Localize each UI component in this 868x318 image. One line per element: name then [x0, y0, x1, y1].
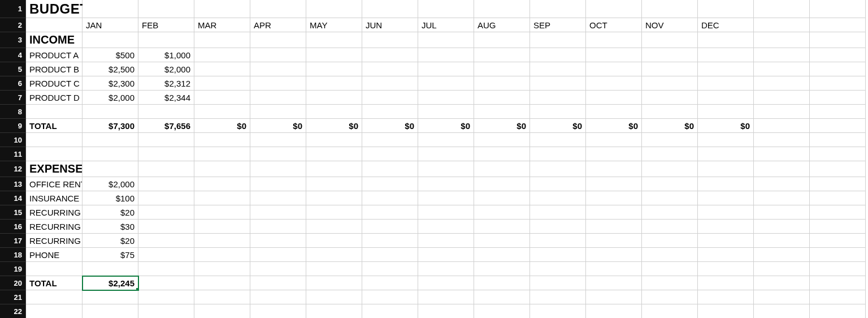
- cell-r15-c15[interactable]: [810, 205, 866, 220]
- cell-r20-c5[interactable]: [250, 276, 306, 290]
- cell-r6-c6[interactable]: [306, 76, 362, 91]
- cell-r16-c2[interactable]: $30: [83, 220, 138, 234]
- cell-r8-c2[interactable]: [83, 105, 138, 119]
- row-header[interactable]: 16: [0, 220, 26, 234]
- cell-r9-c2[interactable]: $7,300: [83, 119, 138, 133]
- cell-r15-c13[interactable]: [698, 205, 754, 220]
- cell-r2-c14[interactable]: [754, 18, 810, 32]
- cell-r16-c14[interactable]: [754, 220, 810, 234]
- cell-r17-c11[interactable]: [586, 234, 642, 248]
- cell-r17-c2[interactable]: $20: [83, 234, 138, 248]
- cell-r19-c11[interactable]: [586, 262, 642, 276]
- row-header[interactable]: 12: [0, 161, 26, 177]
- cell-r21-c12[interactable]: [642, 290, 698, 304]
- cell-r5-c3[interactable]: $2,000: [138, 62, 194, 76]
- cell-r9-c11[interactable]: $0: [586, 119, 642, 133]
- cell-r16-c8[interactable]: [418, 220, 474, 234]
- cell-r16-c11[interactable]: [586, 220, 642, 234]
- cell-r17-c14[interactable]: [754, 234, 810, 248]
- cell-r6-c3[interactable]: $2,312: [138, 76, 194, 91]
- cell-r2-c9[interactable]: AUG: [474, 18, 530, 32]
- cell-r22-c9[interactable]: [474, 304, 530, 318]
- cell-r6-c7[interactable]: [362, 76, 418, 91]
- row-header[interactable]: 3: [0, 32, 26, 48]
- cell-r20-c7[interactable]: [362, 276, 418, 290]
- cell-r4-c9[interactable]: [474, 48, 530, 62]
- cell-r19-c6[interactable]: [306, 262, 362, 276]
- cell-r9-c4[interactable]: $0: [194, 119, 250, 133]
- row-header[interactable]: 7: [0, 91, 26, 105]
- cell-r3-c14[interactable]: [754, 32, 810, 48]
- cell-r4-c8[interactable]: [418, 48, 474, 62]
- cell-r7-c11[interactable]: [586, 91, 642, 105]
- cell-r20-c13[interactable]: [698, 276, 754, 290]
- cell-r19-c13[interactable]: [698, 262, 754, 276]
- cell-r10-c2[interactable]: [83, 133, 138, 147]
- cell-r3-c4[interactable]: [194, 32, 250, 48]
- cell-r11-c12[interactable]: [642, 147, 698, 161]
- cell-r15-c9[interactable]: [474, 205, 530, 220]
- cell-r21-c3[interactable]: [138, 290, 194, 304]
- cell-r12-c4[interactable]: [194, 161, 250, 177]
- cell-r15-c7[interactable]: [362, 205, 418, 220]
- cell-r12-c2[interactable]: [83, 161, 138, 177]
- cell-r15-c10[interactable]: [530, 205, 586, 220]
- cell-r12-c10[interactable]: [530, 161, 586, 177]
- cell-r22-c2[interactable]: [83, 304, 138, 318]
- row-header[interactable]: 10: [0, 133, 26, 147]
- cell-r15-c6[interactable]: [306, 205, 362, 220]
- cell-r9-c7[interactable]: $0: [362, 119, 418, 133]
- cell-r7-c9[interactable]: [474, 91, 530, 105]
- cell-r21-c10[interactable]: [530, 290, 586, 304]
- cell-r18-c3[interactable]: [138, 248, 194, 262]
- cell-r22-c6[interactable]: [306, 304, 362, 318]
- cell-r3-c9[interactable]: [474, 32, 530, 48]
- cell-r13-c6[interactable]: [306, 177, 362, 191]
- row-header[interactable]: 11: [0, 147, 26, 161]
- cell-r18-c12[interactable]: [642, 248, 698, 262]
- cell-r17-c12[interactable]: [642, 234, 698, 248]
- cell-r5-c9[interactable]: [474, 62, 530, 76]
- cell-r11-c8[interactable]: [418, 147, 474, 161]
- cell-r16-c12[interactable]: [642, 220, 698, 234]
- cell-r17-c13[interactable]: [698, 234, 754, 248]
- cell-r12-c8[interactable]: [418, 161, 474, 177]
- cell-r22-c5[interactable]: [250, 304, 306, 318]
- cell-r13-c10[interactable]: [530, 177, 586, 191]
- cell-r14-c15[interactable]: [810, 191, 866, 205]
- cell-r12-c15[interactable]: [810, 161, 866, 177]
- cell-r9-c13[interactable]: $0: [698, 119, 754, 133]
- cell-r2-c7[interactable]: JUN: [362, 18, 418, 32]
- cell-r2-c8[interactable]: JUL: [418, 18, 474, 32]
- cell-r18-c15[interactable]: [810, 248, 866, 262]
- cell-r21-c7[interactable]: [362, 290, 418, 304]
- cell-r11-c5[interactable]: [250, 147, 306, 161]
- cell-r22-c12[interactable]: [642, 304, 698, 318]
- cell-r18-c14[interactable]: [754, 248, 810, 262]
- cell-r6-c4[interactable]: [194, 76, 250, 91]
- cell-r10-c4[interactable]: [194, 133, 250, 147]
- cell-r21-c9[interactable]: [474, 290, 530, 304]
- cell-r1-c12[interactable]: [642, 0, 698, 18]
- cell-r10-c10[interactable]: [530, 133, 586, 147]
- cell-r1-c14[interactable]: [754, 0, 810, 18]
- cell-r14-c1[interactable]: INSURANCE: [26, 191, 83, 205]
- cell-r10-c5[interactable]: [250, 133, 306, 147]
- cell-r7-c2[interactable]: $2,000: [83, 91, 138, 105]
- cell-r15-c8[interactable]: [418, 205, 474, 220]
- cell-r14-c13[interactable]: [698, 191, 754, 205]
- cell-r4-c6[interactable]: [306, 48, 362, 62]
- cell-r5-c7[interactable]: [362, 62, 418, 76]
- cell-r4-c12[interactable]: [642, 48, 698, 62]
- cell-r7-c1[interactable]: PRODUCT D: [26, 91, 83, 105]
- cell-r15-c2[interactable]: $20: [83, 205, 138, 220]
- cell-r20-c4[interactable]: [194, 276, 250, 290]
- cell-r21-c13[interactable]: [698, 290, 754, 304]
- cell-r22-c13[interactable]: [698, 304, 754, 318]
- cell-r5-c8[interactable]: [418, 62, 474, 76]
- cell-r17-c6[interactable]: [306, 234, 362, 248]
- row-header[interactable]: 15: [0, 205, 26, 220]
- cell-r17-c4[interactable]: [194, 234, 250, 248]
- cell-r10-c8[interactable]: [418, 133, 474, 147]
- cell-r2-c6[interactable]: MAY: [306, 18, 362, 32]
